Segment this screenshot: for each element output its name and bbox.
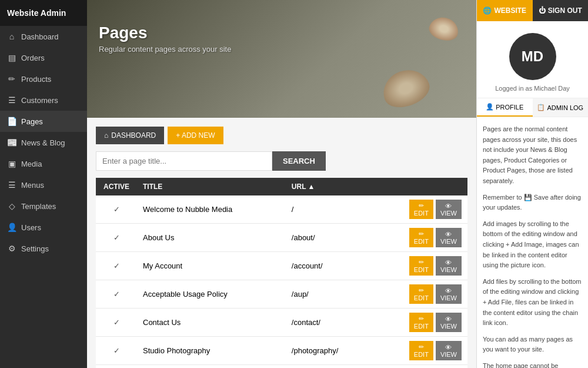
col-header-active: ACTIVE bbox=[96, 178, 137, 195]
active-cell: ✓ bbox=[96, 195, 137, 224]
templates-icon: ◇ bbox=[7, 201, 16, 211]
sidebar-item-dashboard[interactable]: ⌂ Dashboard bbox=[0, 26, 87, 47]
title-cell: My Account bbox=[137, 252, 286, 280]
sidebar-item-media[interactable]: ▣ Media bbox=[0, 153, 87, 174]
dashboard-button[interactable]: ⌂ DASHBOARD bbox=[96, 127, 164, 144]
sidebar-item-users[interactable]: 👤 Users bbox=[0, 217, 87, 238]
sidebar-item-label: Pages bbox=[21, 117, 43, 126]
hero-section: Pages Regular content pages across your … bbox=[87, 0, 476, 118]
table-row: ✓ Welcome to Nubble Media / ✏ EDIT 👁 VIE… bbox=[96, 195, 467, 224]
table-row: ✓ Studio Photography /photography/ ✏ EDI… bbox=[96, 337, 467, 365]
sidebar-item-orders[interactable]: ▤ Orders bbox=[0, 47, 87, 68]
view-button[interactable]: 👁 VIEW bbox=[436, 200, 462, 219]
active-cell: ✓ bbox=[96, 309, 137, 337]
settings-icon: ⚙ bbox=[7, 244, 16, 253]
sidebar-item-settings[interactable]: ⚙ Settings bbox=[0, 238, 87, 259]
website-button[interactable]: 🌐 WEBSITE bbox=[477, 0, 533, 21]
sidebar-item-customers[interactable]: ☰ Customers bbox=[0, 89, 87, 111]
tab-profile[interactable]: 👤 PROFILE bbox=[477, 98, 533, 117]
url-cell: /account/ bbox=[286, 252, 403, 280]
news-icon: 📰 bbox=[7, 138, 16, 147]
globe-icon: 🌐 bbox=[483, 6, 492, 15]
view-button[interactable]: 👁 VIEW bbox=[436, 313, 462, 332]
users-icon: 👤 bbox=[7, 223, 16, 232]
search-input[interactable] bbox=[96, 151, 272, 171]
app-title: Website Admin bbox=[0, 0, 87, 26]
content-area: ⌂ DASHBOARD + ADD NEW SEARCH ACTIVE bbox=[87, 118, 476, 368]
pages-icon: 📄 bbox=[7, 117, 16, 126]
title-cell: Welcome to Nubble Media bbox=[137, 195, 286, 224]
table-row: ✓ About Us /about/ ✏ EDIT 👁 VIEW bbox=[96, 224, 467, 252]
title-cell: Contact Us bbox=[137, 309, 286, 337]
sign-out-button[interactable]: ⏻ SIGN OUT bbox=[533, 0, 589, 21]
view-button[interactable]: 👁 VIEW bbox=[436, 256, 462, 276]
active-cell: ✓ bbox=[96, 252, 137, 280]
sidebar: Website Admin ⌂ Dashboard ▤ Orders ✏ Pro… bbox=[0, 0, 87, 368]
table-row: ✓ Contact Us /contact/ ✏ EDIT 👁 VIEW bbox=[96, 309, 467, 337]
actions-cell: ✏ EDIT 👁 VIEW bbox=[403, 252, 467, 280]
view-button[interactable]: 👁 VIEW bbox=[436, 284, 462, 304]
table-row: ✓ Graphic Design & Printing /printing/ ✏… bbox=[96, 365, 467, 369]
table-row: ✓ Acceptable Usage Policy /aup/ ✏ EDIT 👁… bbox=[96, 280, 467, 309]
edit-button[interactable]: ✏ EDIT bbox=[409, 200, 433, 219]
url-cell: /photography/ bbox=[286, 337, 403, 365]
edit-button[interactable]: ✏ EDIT bbox=[409, 228, 433, 247]
col-header-title: TITLE bbox=[137, 178, 286, 195]
info-paragraph: Add images by scrolling to the bottom of… bbox=[483, 219, 582, 271]
sidebar-item-label: Users bbox=[21, 223, 41, 232]
orders-icon: ▤ bbox=[7, 53, 16, 62]
profile-icon: 👤 bbox=[486, 103, 494, 111]
url-cell: / bbox=[286, 195, 403, 224]
url-cell: /about/ bbox=[286, 224, 403, 252]
info-paragraph: The home page cannot be deleted. bbox=[483, 361, 582, 368]
actions-cell: ✏ EDIT 👁 VIEW bbox=[403, 224, 467, 251]
info-paragraph: Pages are the normal content pages acros… bbox=[483, 124, 582, 187]
url-cell: /aup/ bbox=[286, 280, 403, 309]
sidebar-item-news-blog[interactable]: 📰 News & Blog bbox=[0, 132, 87, 153]
view-button[interactable]: 👁 VIEW bbox=[436, 341, 462, 360]
active-cell: ✓ bbox=[96, 365, 137, 369]
edit-button[interactable]: ✏ EDIT bbox=[409, 341, 433, 360]
sidebar-item-label: News & Blog bbox=[21, 138, 65, 147]
profile-tabs: 👤 PROFILE 📋 ADMIN LOG bbox=[477, 98, 588, 117]
avatar-section: MD Logged in as Michael Day bbox=[477, 21, 588, 98]
title-cell: Graphic Design & Printing bbox=[137, 365, 286, 369]
tab-admin-log[interactable]: 📋 ADMIN LOG bbox=[533, 98, 589, 117]
sidebar-item-label: Menus bbox=[21, 181, 44, 190]
edit-button[interactable]: ✏ EDIT bbox=[409, 256, 433, 276]
sidebar-item-label: Customers bbox=[21, 96, 58, 105]
avatar: MD bbox=[509, 33, 556, 80]
sidebar-item-label: Orders bbox=[21, 54, 45, 62]
add-new-button[interactable]: + ADD NEW bbox=[168, 127, 223, 144]
col-header-url[interactable]: URL ▲ bbox=[286, 178, 403, 195]
actions-cell: ✏ EDIT 👁 VIEW bbox=[403, 365, 467, 368]
info-paragraph: You can add as many pages as you want to… bbox=[483, 334, 582, 355]
actions-cell: ✏ EDIT 👁 VIEW bbox=[403, 280, 467, 308]
active-cell: ✓ bbox=[96, 224, 137, 252]
sidebar-item-products[interactable]: ✏ Products bbox=[0, 68, 87, 89]
title-cell: Studio Photography bbox=[137, 337, 286, 365]
sidebar-item-pages[interactable]: 📄 Pages bbox=[0, 111, 87, 132]
sidebar-item-menus[interactable]: ☰ Menus bbox=[0, 174, 87, 195]
search-button[interactable]: SEARCH bbox=[272, 151, 326, 171]
dashboard-icon: ⌂ bbox=[7, 32, 16, 41]
main-content: Pages Regular content pages across your … bbox=[87, 0, 476, 368]
sidebar-item-label: Products bbox=[21, 75, 51, 84]
search-bar: SEARCH bbox=[96, 151, 467, 171]
customers-icon: ☰ bbox=[7, 95, 16, 105]
products-icon: ✏ bbox=[7, 74, 16, 84]
info-paragraph: Remember to 💾 Save after doing your upda… bbox=[483, 193, 582, 213]
edit-button[interactable]: ✏ EDIT bbox=[409, 313, 433, 332]
col-header-actions bbox=[403, 178, 467, 195]
edit-button[interactable]: ✏ EDIT bbox=[409, 284, 433, 304]
active-cell: ✓ bbox=[96, 337, 137, 365]
table-row: ✓ My Account /account/ ✏ EDIT 👁 VIEW bbox=[96, 252, 467, 280]
right-topbar: 🌐 WEBSITE ⏻ SIGN OUT bbox=[477, 0, 588, 21]
url-cell: /contact/ bbox=[286, 309, 403, 337]
page-title: Pages bbox=[99, 24, 465, 42]
toolbar: ⌂ DASHBOARD + ADD NEW bbox=[96, 127, 467, 144]
hero-content: Pages Regular content pages across your … bbox=[87, 0, 476, 65]
view-button[interactable]: 👁 VIEW bbox=[436, 228, 462, 247]
sidebar-item-templates[interactable]: ◇ Templates bbox=[0, 195, 87, 217]
actions-cell: ✏ EDIT 👁 VIEW bbox=[403, 309, 467, 336]
